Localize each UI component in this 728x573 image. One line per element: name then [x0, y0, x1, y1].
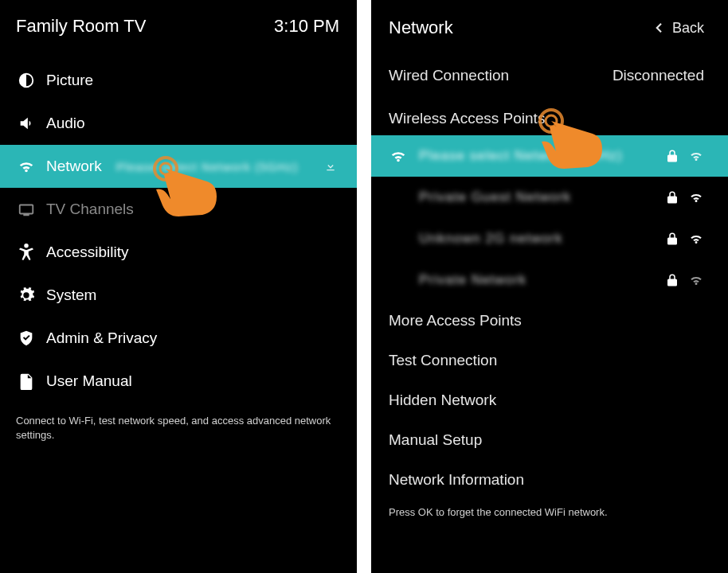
access-point-name: Unknown 2G network [419, 231, 664, 247]
clock: 3:10 PM [274, 16, 339, 37]
menu-item-network[interactable]: Network Please select Network (5GHz) [0, 145, 357, 188]
wifi-signal-icon [688, 231, 704, 247]
document-icon [16, 371, 37, 392]
menu-item-accessibility[interactable]: Accessibility [0, 231, 357, 274]
hint-text: Connect to Wi-Fi, test network speed, an… [0, 403, 357, 442]
wifi-icon [16, 156, 37, 177]
gear-icon [16, 285, 37, 306]
network-panel: Network Back Wired Connection Disconnect… [371, 0, 728, 573]
wired-connection-row[interactable]: Wired Connection Disconnected [371, 56, 728, 96]
header: Family Room TV 3:10 PM [0, 0, 357, 59]
lock-icon [664, 148, 680, 164]
settings-menu-panel: Family Room TV 3:10 PM Picture Audio Net… [0, 0, 357, 573]
manual-setup[interactable]: Manual Setup [371, 420, 728, 460]
menu-label: User Manual [46, 372, 132, 390]
wireless-access-points-label: Wireless Access Points [371, 96, 728, 135]
menu-label: TV Channels [46, 201, 134, 218]
header: Network Back [371, 0, 728, 56]
test-connection[interactable]: Test Connection [371, 341, 728, 380]
current-network-name: Please select Network (5GHz) [116, 160, 299, 173]
tv-icon [16, 199, 37, 220]
arrow-left-icon [652, 21, 666, 35]
hidden-network[interactable]: Hidden Network [371, 380, 728, 420]
wired-label: Wired Connection [389, 67, 509, 84]
lock-icon [664, 272, 680, 288]
menu-item-system[interactable]: System [0, 274, 357, 317]
menu-label: Admin & Privacy [46, 329, 157, 347]
shield-icon [16, 328, 37, 349]
wifi-icon [389, 146, 408, 166]
accessibility-icon [16, 242, 37, 263]
download-icon [320, 156, 341, 177]
hint-text: Press OK to forget the connected WiFi ne… [371, 500, 728, 518]
menu-label: Accessibility [46, 244, 128, 261]
more-access-points[interactable]: More Access Points [371, 301, 728, 341]
device-name: Family Room TV [16, 16, 146, 37]
lock-icon [664, 231, 680, 247]
contrast-icon [16, 70, 37, 91]
menu-item-user-manual[interactable]: User Manual [0, 360, 357, 403]
lock-icon [664, 189, 680, 205]
back-button[interactable]: Back [652, 20, 704, 37]
wifi-signal-icon [688, 189, 704, 205]
spacer [389, 229, 408, 248]
access-point-item[interactable]: Private Network [371, 259, 728, 301]
access-point-name: Please select Network (5GHz) [419, 148, 664, 164]
wifi-signal-icon [688, 272, 704, 288]
page-title: Network [389, 18, 453, 38]
spacer [389, 188, 408, 207]
access-point-list: Please select Network (5GHz) Private Gue… [371, 135, 728, 301]
access-point-item[interactable]: Private Guest Network [371, 177, 728, 218]
access-point-item[interactable]: Unknown 2G network [371, 218, 728, 259]
menu-item-audio[interactable]: Audio [0, 102, 357, 145]
menu-label: Audio [46, 115, 85, 132]
access-point-name: Private Network [419, 272, 664, 288]
access-point-item[interactable]: Please select Network (5GHz) [371, 135, 728, 177]
network-information[interactable]: Network Information [371, 460, 728, 500]
menu-item-tv-channels[interactable]: TV Channels [0, 188, 357, 231]
menu-item-admin-privacy[interactable]: Admin & Privacy [0, 317, 357, 360]
wired-status: Disconnected [613, 67, 704, 84]
menu-label: System [46, 286, 96, 304]
menu-label: Picture [46, 72, 93, 89]
panel-divider [357, 0, 371, 573]
wifi-signal-icon [688, 148, 704, 164]
settings-menu: Picture Audio Network Please select Netw… [0, 59, 357, 403]
menu-label: Network [46, 158, 102, 175]
access-point-name: Private Guest Network [419, 189, 664, 205]
speaker-icon [16, 113, 37, 134]
menu-item-picture[interactable]: Picture [0, 59, 357, 102]
back-label: Back [672, 20, 704, 37]
spacer [389, 271, 408, 290]
